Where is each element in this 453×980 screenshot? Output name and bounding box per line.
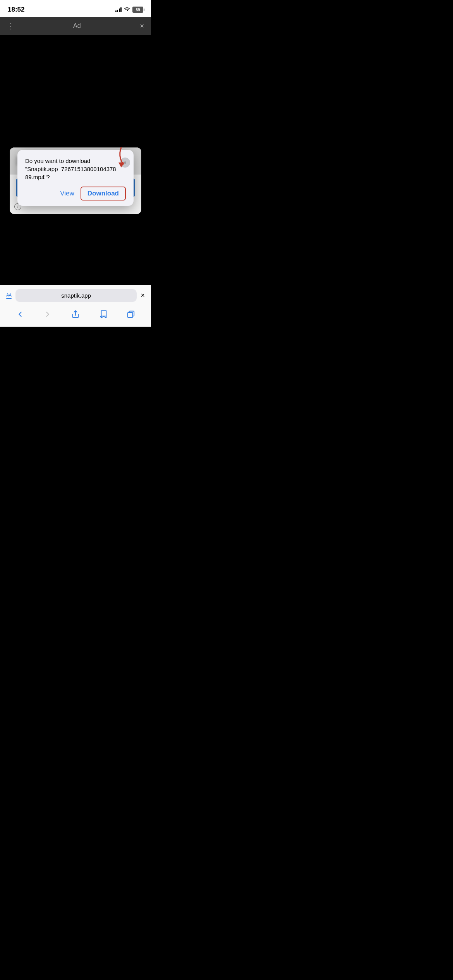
content-area: Shop Now i Do you want to download "Snap… [0, 35, 151, 327]
dialog-actions: View Download [25, 187, 126, 200]
ad-label: Ad [73, 22, 81, 29]
tabs-button[interactable] [122, 307, 139, 321]
view-button[interactable]: View [60, 190, 74, 197]
status-bar: 18:52 59 [0, 0, 151, 17]
ad-header-bar: ⋮ Ad × [0, 17, 151, 35]
wifi-icon [124, 7, 130, 13]
browser-bar: AA × [0, 285, 151, 327]
text-size-button[interactable]: AA [6, 293, 12, 299]
status-time: 18:52 [8, 6, 24, 14]
ad-close-icon[interactable]: × [140, 22, 144, 30]
text-size-label: AA [6, 293, 12, 297]
back-button[interactable] [12, 307, 29, 321]
svg-rect-2 [128, 312, 133, 317]
download-dialog: Do you want to download "Snaptik.app_726… [17, 150, 134, 206]
dialog-header: Do you want to download "Snaptik.app_726… [25, 157, 126, 181]
svg-marker-0 [118, 163, 124, 168]
menu-icon[interactable]: ⋮ [7, 22, 14, 30]
forward-button[interactable] [39, 307, 56, 321]
text-size-underline [6, 298, 12, 299]
download-button[interactable]: Download [81, 187, 126, 200]
bookmarks-button[interactable] [95, 307, 112, 321]
status-icons: 59 [115, 7, 144, 13]
share-button[interactable] [67, 307, 84, 321]
signal-icon [115, 7, 122, 12]
dialog-message: Do you want to download "Snaptik.app_726… [25, 157, 120, 181]
url-close-button[interactable]: × [141, 291, 145, 300]
ad-card-wrapper: Shop Now i Do you want to download "Snap… [10, 147, 141, 214]
browser-nav-row [0, 306, 151, 327]
page-wrapper: 18:52 59 ⋮ Ad × [0, 0, 151, 327]
url-bar-row: AA × [0, 285, 151, 306]
red-arrow-annotation [114, 146, 128, 171]
url-input[interactable] [15, 289, 137, 302]
battery-icon: 59 [132, 7, 143, 13]
